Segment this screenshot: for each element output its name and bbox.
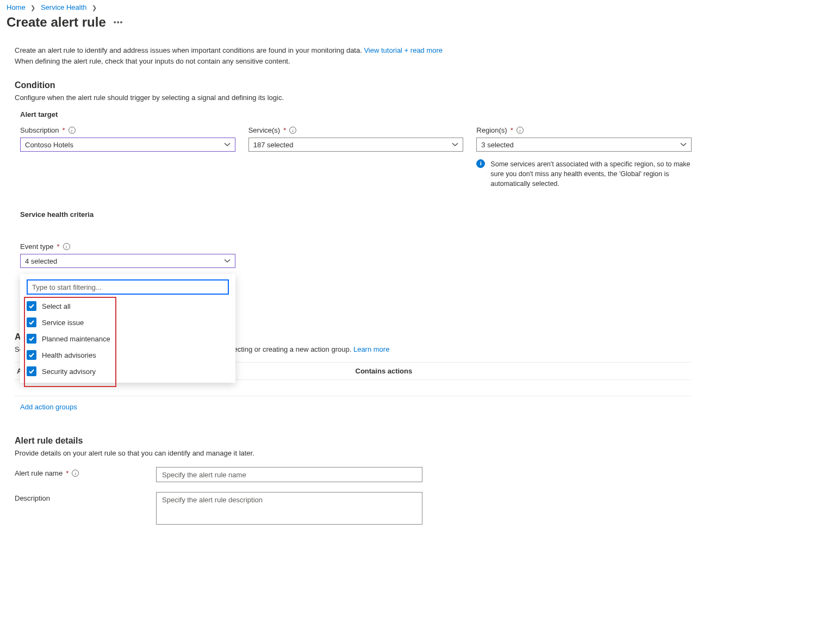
breadcrumb-service-health[interactable]: Service Health	[41, 3, 87, 11]
event-type-option-label: Planned maintenance	[42, 335, 110, 343]
event-type-dropdown[interactable]: 4 selected	[20, 254, 235, 268]
subscription-label: Subscription	[20, 126, 59, 134]
alert-target-heading: Alert target	[15, 110, 692, 119]
intro-line1: Create an alert rule to identify and add…	[15, 46, 362, 54]
chevron-down-icon	[680, 141, 687, 148]
checkbox-checked-icon	[27, 301, 36, 311]
event-type-option-label: Security advisory	[42, 367, 96, 376]
event-type-option[interactable]: Service issue	[20, 314, 235, 331]
chevron-down-icon	[452, 141, 458, 148]
chevron-right-icon: ❯	[92, 4, 97, 11]
description-input[interactable]	[156, 492, 422, 525]
chevron-down-icon	[224, 141, 231, 148]
event-type-option[interactable]: Health advisories	[20, 347, 235, 363]
regions-note: Some services aren't associated with a s…	[490, 159, 692, 189]
services-dropdown[interactable]: 187 selected	[248, 138, 464, 152]
subscription-value: Contoso Hotels	[25, 141, 73, 149]
regions-dropdown[interactable]: 3 selected	[476, 138, 692, 152]
page-title: Create alert rule	[7, 15, 106, 30]
add-action-groups-link[interactable]: Add action groups	[15, 403, 77, 411]
details-heading: Alert rule details	[15, 436, 692, 446]
info-icon[interactable]: i	[517, 127, 524, 134]
description-label: Description	[15, 494, 50, 502]
chevron-right-icon: ❯	[30, 4, 35, 11]
event-type-option[interactable]: Security advisory	[20, 363, 235, 379]
checkbox-checked-icon	[27, 334, 36, 344]
event-type-label: Event type	[20, 242, 53, 251]
required-asterisk: *	[511, 126, 513, 134]
alert-rule-name-input[interactable]	[156, 467, 422, 482]
info-icon[interactable]: i	[289, 127, 296, 134]
required-asterisk: *	[283, 126, 286, 134]
intro-line2: When defining the alert rule, check that…	[15, 57, 290, 65]
subscription-dropdown[interactable]: Contoso Hotels	[20, 138, 235, 152]
info-icon[interactable]: i	[63, 243, 70, 250]
learn-more-link[interactable]: Learn more	[353, 345, 389, 353]
regions-value: 3 selected	[481, 141, 513, 149]
event-type-option-label: Health advisories	[42, 351, 96, 359]
condition-desc: Configure when the alert rule should tri…	[15, 94, 692, 102]
checkbox-checked-icon	[27, 350, 36, 360]
event-type-filter-input[interactable]	[27, 279, 229, 295]
regions-label: Region(s)	[476, 126, 507, 134]
info-icon[interactable]: i	[72, 470, 79, 477]
checkbox-checked-icon	[27, 366, 36, 376]
details-desc: Provide details on your alert rule so th…	[15, 449, 692, 457]
required-asterisk: *	[66, 469, 69, 477]
event-type-option[interactable]: Planned maintenance	[20, 331, 235, 347]
chevron-down-icon	[224, 258, 231, 264]
required-asterisk: *	[63, 126, 65, 134]
required-asterisk: *	[57, 242, 59, 251]
condition-heading: Condition	[15, 80, 692, 90]
event-type-option-label: Service issue	[42, 319, 84, 327]
event-type-option-label: Select all	[42, 302, 71, 310]
view-tutorial-link[interactable]: View tutorial + read more	[364, 46, 443, 54]
services-label: Service(s)	[248, 126, 281, 134]
criteria-heading: Service health criteria	[15, 210, 692, 219]
services-value: 187 selected	[253, 141, 294, 149]
event-type-option[interactable]: Select all	[20, 298, 235, 314]
breadcrumb: Home ❯ Service Health ❯	[7, 2, 840, 15]
more-icon[interactable]: •••	[114, 18, 123, 27]
th-contains-actions: Contains actions	[353, 363, 692, 379]
checkbox-checked-icon	[27, 317, 36, 327]
alert-rule-name-label: Alert rule name	[15, 469, 63, 477]
breadcrumb-home[interactable]: Home	[7, 3, 26, 11]
info-solid-icon: i	[476, 159, 485, 168]
event-type-value: 4 selected	[25, 257, 57, 265]
event-type-flyout: Select allService issuePlanned maintenan…	[20, 274, 235, 383]
intro-text: Create an alert rule to identify and add…	[15, 45, 692, 66]
info-icon[interactable]: i	[69, 127, 76, 134]
